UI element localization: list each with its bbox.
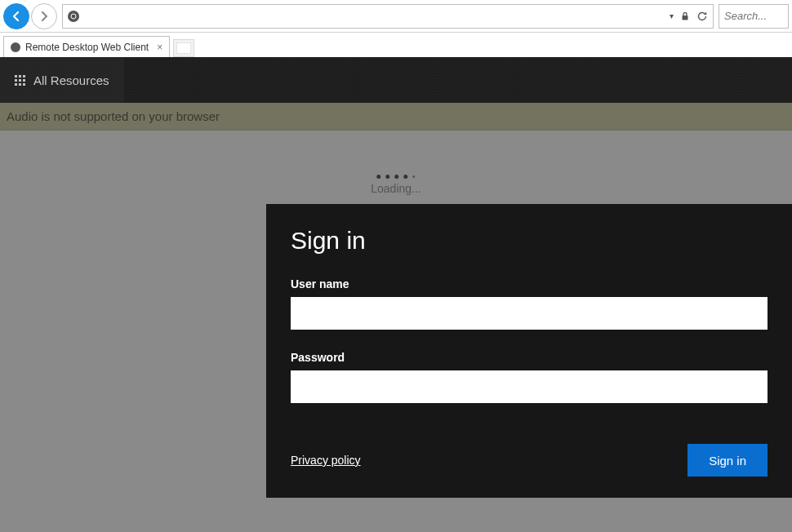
site-favicon (68, 11, 79, 22)
search-input[interactable] (724, 10, 783, 22)
browser-chrome: ▾ Remote Desktop Web Client × (0, 0, 792, 57)
signin-button[interactable]: Sign in (687, 444, 768, 477)
username-label: User name (291, 277, 768, 290)
loading-dots-icon (371, 175, 421, 179)
signin-footer: Privacy policy Sign in (291, 444, 768, 477)
password-input[interactable] (291, 370, 768, 403)
browser-toolbar: ▾ (0, 0, 792, 33)
nav-all-resources[interactable]: All Resources (0, 57, 124, 103)
loading-text: Loading... (371, 182, 421, 195)
address-controls: ▾ (670, 11, 708, 22)
nav-all-resources-label: All Resources (33, 73, 109, 87)
dropdown-icon[interactable]: ▾ (670, 11, 674, 20)
password-label: Password (291, 351, 768, 364)
close-tab-icon[interactable]: × (157, 42, 162, 53)
privacy-policy-link[interactable]: Privacy policy (291, 454, 361, 467)
grid-icon (15, 75, 25, 86)
tab-strip: Remote Desktop Web Client × (0, 33, 792, 57)
lock-icon (680, 11, 690, 21)
back-button[interactable] (3, 3, 29, 29)
signin-title: Sign in (291, 227, 768, 255)
app-header: All Resources (0, 57, 792, 103)
search-box[interactable] (719, 4, 789, 29)
forward-button[interactable] (31, 3, 57, 29)
username-input[interactable] (291, 297, 768, 330)
address-input[interactable] (84, 10, 665, 22)
tab-title: Remote Desktop Web Client (25, 42, 149, 53)
svg-point-0 (71, 14, 76, 19)
tab-favicon (11, 42, 20, 52)
svg-rect-1 (683, 16, 688, 20)
address-bar[interactable]: ▾ (62, 4, 714, 29)
new-tab-button[interactable] (173, 39, 194, 57)
signin-dialog: Sign in User name Password Privacy polic… (266, 204, 792, 498)
content-area: Audio is not supported on your browser L… (0, 103, 792, 532)
loading-indicator: Loading... (371, 175, 421, 195)
refresh-button[interactable] (696, 11, 708, 22)
browser-tab[interactable]: Remote Desktop Web Client × (3, 36, 170, 57)
